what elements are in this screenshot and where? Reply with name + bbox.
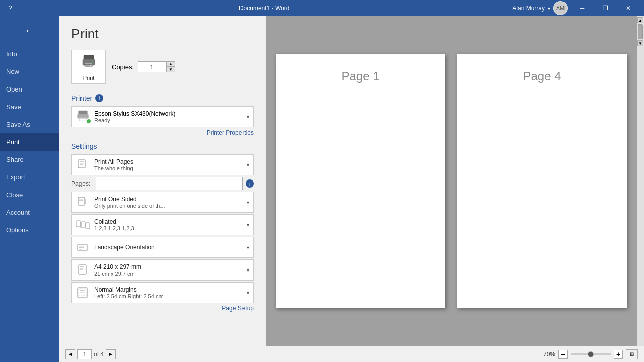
page-preview-1: Page 1 (276, 54, 445, 308)
svg-rect-24 (79, 249, 82, 250)
sides-text: Print One Sided Only print on one side o… (94, 196, 243, 209)
svg-rect-12 (80, 163, 84, 164)
restore-button[interactable]: ❐ (594, 0, 617, 16)
sides-dropdown[interactable]: Print One Sided Only print on one side o… (71, 192, 254, 213)
collated-dropdown[interactable]: Collated 1,2,3 1,2,3 1,2,3 ▾ (71, 214, 254, 235)
titlebar-controls: ─ ❐ ✕ (571, 0, 640, 16)
printer-status-dot (86, 119, 91, 124)
current-page-input[interactable]: 1 (77, 349, 92, 359)
sidebar-item-close[interactable]: Close (0, 186, 59, 204)
printer-icon-area (76, 110, 90, 124)
pages-input[interactable] (96, 177, 243, 190)
margins-arrow: ▾ (247, 290, 249, 296)
left-panel: Print (59, 16, 266, 346)
paper-icon (76, 263, 90, 277)
paper-arrow: ▾ (247, 267, 249, 273)
fit-page-button[interactable]: ⊞ (626, 349, 638, 359)
bottom-bar: ◄ 1 of 4 ► 70% − + ⊞ (59, 346, 644, 362)
pages-icon (76, 158, 90, 172)
user-dropdown-icon[interactable]: ▾ (548, 6, 550, 11)
margins-dropdown[interactable]: Normal Margins Left: 2.54 cm Right: 2.54… (71, 282, 254, 303)
print-title: Print (71, 26, 254, 42)
paper-dropdown[interactable]: A4 210 x 297 mm 21 cm x 29.7 cm ▾ (71, 259, 254, 281)
svg-rect-2 (83, 59, 95, 65)
sidebar-item-open[interactable]: Open (0, 80, 59, 98)
sidebar-item-info[interactable]: Info (0, 45, 59, 63)
minimize-button[interactable]: ─ (571, 0, 594, 16)
next-page-button[interactable]: ► (106, 349, 116, 359)
sidebar-item-export[interactable]: Export (0, 168, 59, 186)
titlebar-left: ? (4, 2, 16, 14)
help-button[interactable]: ? (4, 2, 16, 14)
settings-section-label: Settings (71, 142, 254, 150)
svg-rect-8 (79, 117, 87, 121)
zoom-out-button[interactable]: − (558, 350, 568, 359)
pages-info-icon[interactable]: i (246, 179, 254, 188)
copies-down-button[interactable]: ▼ (166, 67, 175, 72)
printer-info-icon[interactable]: i (95, 94, 103, 102)
orientation-main: Landscape Orientation (94, 244, 243, 251)
svg-rect-19 (81, 222, 85, 228)
prev-page-button[interactable]: ◄ (65, 349, 75, 359)
sidebar-item-share[interactable]: Share (0, 151, 59, 168)
zoom-area: 70% − + ⊞ (543, 349, 638, 359)
page-preview-4: Page 4 (457, 54, 627, 308)
back-button[interactable]: ← (17, 18, 42, 43)
collated-main: Collated (94, 218, 243, 225)
zoom-slider-thumb[interactable] (588, 351, 594, 357)
user-name[interactable]: Alan Murray (512, 5, 545, 12)
preview-canvas: Page 1 Page 4 (266, 16, 637, 346)
app-body: ← Info New Open Save Save As Print Share… (0, 16, 644, 362)
margins-icon (76, 286, 90, 300)
margins-sub: Left: 2.54 cm Right: 2.54 cm (94, 293, 243, 299)
collated-arrow: ▾ (247, 222, 249, 228)
main-content: Print (59, 16, 644, 362)
collated-text: Collated 1,2,3 1,2,3 1,2,3 (94, 218, 243, 231)
copies-up-button[interactable]: ▲ (166, 61, 175, 67)
scroll-bottom-button[interactable]: ▼ (637, 40, 643, 46)
sidebar-item-account[interactable]: Account (0, 204, 59, 221)
sidebar-item-new[interactable]: New (0, 63, 59, 80)
back-arrow-icon: ← (24, 24, 35, 37)
pages-label: Pages: (71, 180, 93, 187)
page-nav: ◄ 1 of 4 ► (65, 349, 116, 359)
svg-point-5 (92, 60, 93, 62)
printer-section-label: Printer i (71, 94, 254, 102)
page-setup-link[interactable]: Page Setup (71, 305, 254, 312)
paper-main: A4 210 x 297 mm (94, 263, 243, 270)
printer-properties-link[interactable]: Printer Properties (71, 129, 254, 136)
pages-dropdown-sub: The whole thing (94, 165, 243, 171)
orientation-dropdown[interactable]: Landscape Orientation ▾ (71, 237, 254, 258)
svg-rect-3 (85, 63, 92, 64)
sidebar-item-print[interactable]: Print (0, 133, 59, 151)
page-of-label: of 4 (94, 351, 104, 358)
printer-name: Epson Stylus SX430(Network) (94, 110, 243, 117)
copies-label: Copies: (112, 63, 134, 71)
svg-rect-29 (78, 288, 87, 298)
scroll-top-button[interactable]: ▲ (637, 17, 643, 23)
sidebar-item-saveas[interactable]: Save As (0, 116, 59, 133)
copies-area: Copies: 1 ▲ ▼ (112, 61, 175, 72)
print-button[interactable]: Print (71, 50, 106, 84)
sides-arrow: ▾ (247, 200, 249, 205)
print-pages-dropdown[interactable]: Print All Pages The whole thing ▾ (71, 154, 254, 175)
printer-info: Epson Stylus SX430(Network) Ready (94, 110, 243, 123)
zoom-label: 70% (543, 351, 555, 358)
scroll-thumb[interactable] (638, 24, 643, 39)
printer-dropdown[interactable]: Epson Stylus SX430(Network) Ready ▾ (71, 106, 254, 127)
close-window-button[interactable]: ✕ (617, 0, 640, 16)
svg-rect-31 (80, 290, 85, 291)
copies-input[interactable]: 1 (138, 61, 166, 72)
sidebar-item-save[interactable]: Save (0, 98, 59, 116)
avatar: AM (553, 1, 568, 15)
printer-icon (80, 53, 97, 73)
svg-rect-13 (80, 164, 83, 165)
sidebar-item-options[interactable]: Options (0, 221, 59, 239)
orientation-arrow: ▾ (247, 245, 249, 250)
margins-text: Normal Margins Left: 2.54 cm Right: 2.54… (94, 286, 243, 299)
orientation-icon (76, 240, 90, 254)
zoom-in-button[interactable]: + (614, 350, 623, 359)
svg-rect-22 (79, 246, 84, 247)
zoom-slider[interactable] (571, 353, 611, 355)
svg-rect-11 (80, 161, 84, 162)
